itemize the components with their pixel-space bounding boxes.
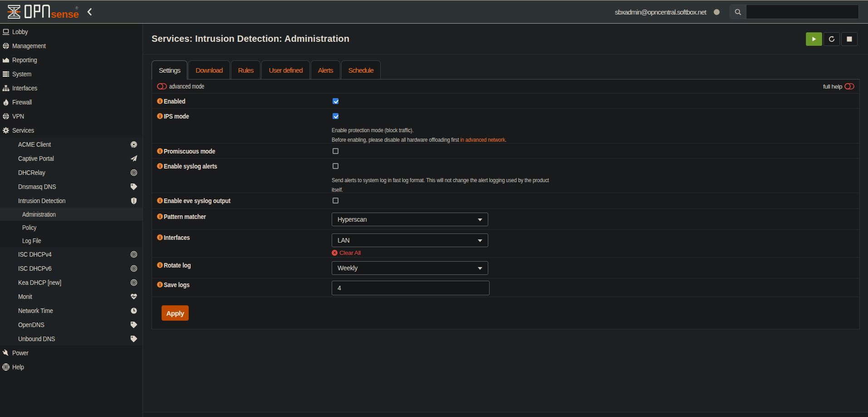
info-icon[interactable]: i bbox=[157, 262, 163, 268]
brand: sense ® bbox=[0, 4, 143, 20]
sidebar-item-isc-dhcpv4[interactable]: ISC DHCPv4 bbox=[0, 247, 142, 261]
globe-icon bbox=[2, 113, 10, 120]
sidebar-item-monit[interactable]: Monit bbox=[0, 289, 142, 303]
tab-alerts[interactable]: Alerts bbox=[311, 60, 340, 79]
main-content: Services: Intrusion Detection: Administr… bbox=[143, 24, 868, 417]
advanced-network-link[interactable]: in advanced network bbox=[460, 136, 505, 143]
sidebar-item-power[interactable]: Power bbox=[0, 346, 142, 360]
tag-icon bbox=[130, 321, 137, 328]
form-row-promiscuous: i Promiscuous mode bbox=[152, 144, 859, 159]
tab-user-defined[interactable]: User defined bbox=[261, 60, 309, 79]
sidebar-item-acme-client[interactable]: ACME Client bbox=[0, 137, 142, 151]
page-title: Services: Intrusion Detection: Administr… bbox=[152, 34, 349, 44]
sidebar-item-captive-portal[interactable]: Captive Portal bbox=[0, 151, 142, 165]
sidebar-item-vpn[interactable]: VPN bbox=[0, 109, 142, 123]
sidebar-item-interfaces[interactable]: Interfaces bbox=[0, 81, 142, 95]
save-logs-input[interactable] bbox=[332, 281, 490, 295]
search-addon bbox=[730, 5, 746, 19]
eve-syslog-checkbox[interactable] bbox=[333, 198, 338, 204]
paper-plane-icon bbox=[130, 155, 137, 162]
syslog-alerts-help: Send alerts to system log in fast log fo… bbox=[332, 175, 783, 194]
clear-all-button[interactable]: × Clear All bbox=[332, 249, 361, 256]
bullseye-icon bbox=[130, 169, 137, 176]
interfaces-select-wrap: LAN bbox=[332, 233, 488, 247]
server-icon bbox=[2, 70, 10, 78]
globe-icon bbox=[2, 42, 10, 50]
sidebar-item-dhcrelay[interactable]: DHCRelay bbox=[0, 165, 142, 179]
promiscuous-checkbox[interactable] bbox=[333, 148, 338, 154]
sidebar-item-isc-dhcpv6[interactable]: ISC DHCPv6 bbox=[0, 261, 142, 275]
full-help-toggle[interactable] bbox=[844, 83, 854, 89]
info-icon[interactable]: i bbox=[157, 198, 163, 204]
page-header: Services: Intrusion Detection: Administr… bbox=[143, 24, 868, 55]
sidebar-item-services[interactable]: Services bbox=[0, 123, 142, 137]
sidebar-item-log-file[interactable]: Log File bbox=[0, 234, 142, 247]
sidebar-item-kea-dhcp-new[interactable]: Kea DHCP [new] bbox=[0, 275, 142, 289]
sidebar-item-administration[interactable]: Administration bbox=[0, 208, 142, 221]
area-chart-icon bbox=[2, 56, 10, 64]
service-actions bbox=[806, 32, 858, 46]
pattern-matcher-select[interactable]: Hyperscan bbox=[332, 213, 488, 226]
sidebar-item-lobby[interactable]: Lobby bbox=[0, 25, 142, 39]
syslog-alerts-label: Enable syslog alerts bbox=[164, 162, 217, 170]
sidebar-collapse-button[interactable] bbox=[87, 8, 92, 15]
info-icon[interactable]: i bbox=[157, 163, 163, 169]
sidebar-item-opendns[interactable]: OpenDNS bbox=[0, 318, 142, 332]
info-icon[interactable]: i bbox=[157, 213, 163, 219]
refresh-icon bbox=[829, 36, 835, 42]
sidebar-item-dnsmasq-dns[interactable]: Dnsmasq DNS bbox=[0, 179, 142, 194]
pattern-matcher-select-wrap: Hyperscan bbox=[332, 213, 488, 226]
settings-form: advanced mode full help i Enabled bbox=[152, 79, 860, 329]
sidebar-item-help[interactable]: Help bbox=[0, 360, 142, 374]
tab-rules[interactable]: Rules bbox=[231, 60, 261, 79]
stop-service-button[interactable] bbox=[841, 32, 858, 46]
rotate-log-select[interactable]: Weekly bbox=[332, 261, 488, 275]
start-service-button[interactable] bbox=[806, 32, 822, 46]
info-icon[interactable]: i bbox=[157, 282, 163, 288]
tag-icon bbox=[130, 335, 137, 343]
sidebar-item-intrusion-detection[interactable]: Intrusion Detection bbox=[0, 194, 142, 208]
chevron-left-icon bbox=[87, 8, 92, 15]
tag-icon bbox=[130, 183, 137, 190]
life-ring-icon bbox=[2, 363, 10, 371]
tab-download[interactable]: Download bbox=[188, 60, 230, 79]
advanced-mode-toggle[interactable] bbox=[157, 83, 167, 89]
user-email[interactable]: sbxadmin@opncentral.softbox.net bbox=[615, 8, 706, 16]
bullseye-icon bbox=[130, 279, 137, 286]
form-row-syslog-alerts: i Enable syslog alerts Send alerts to sy… bbox=[152, 159, 859, 193]
enabled-checkbox[interactable] bbox=[333, 98, 338, 104]
play-icon bbox=[811, 36, 817, 42]
sidebar-item-policy[interactable]: Policy bbox=[0, 221, 142, 234]
gear-icon bbox=[2, 127, 10, 134]
form-row-save-logs: i Save logs bbox=[152, 278, 859, 297]
clock-icon bbox=[130, 307, 137, 314]
top-header-bar: sense ® sbxadmin@opncentral.softbox.net bbox=[0, 0, 868, 24]
promiscuous-label: Promiscuous mode bbox=[164, 147, 215, 155]
apply-button[interactable]: Apply bbox=[162, 305, 189, 321]
advanced-mode-label[interactable]: advanced mode bbox=[169, 83, 204, 90]
sidebar-item-reporting[interactable]: Reporting bbox=[0, 53, 142, 67]
form-row-eve-syslog: i Enable eve syslog output bbox=[152, 193, 859, 209]
form-row-ips-mode: i IPS mode Enable protection mode (block… bbox=[152, 109, 859, 144]
info-icon[interactable]: i bbox=[157, 234, 163, 240]
full-help-label[interactable]: full help bbox=[823, 83, 842, 90]
syslog-alerts-checkbox[interactable] bbox=[333, 163, 338, 169]
sidebar-item-network-time[interactable]: Network Time bbox=[0, 303, 142, 318]
sidebar-item-management[interactable]: Management bbox=[0, 39, 142, 53]
stop-icon bbox=[847, 36, 852, 42]
restart-service-button[interactable] bbox=[824, 32, 840, 46]
sidebar-item-unbound-dns[interactable]: Unbound DNS bbox=[0, 332, 142, 346]
interfaces-select[interactable]: LAN bbox=[332, 233, 488, 247]
sidebar-item-firewall[interactable]: Firewall bbox=[0, 95, 142, 109]
form-header-row: advanced mode full help bbox=[152, 79, 859, 94]
opnsense-logo[interactable]: sense ® bbox=[7, 4, 81, 20]
info-icon[interactable]: i bbox=[157, 98, 163, 104]
info-icon[interactable]: i bbox=[157, 113, 163, 119]
info-icon[interactable]: i bbox=[157, 148, 163, 154]
tab-schedule[interactable]: Schedule bbox=[341, 60, 381, 79]
search-input[interactable] bbox=[746, 5, 858, 19]
sidebar-item-system[interactable]: System bbox=[0, 67, 142, 81]
ips-mode-checkbox[interactable] bbox=[333, 113, 338, 119]
tab-settings[interactable]: Settings bbox=[152, 60, 187, 79]
sitemap-icon bbox=[2, 84, 10, 92]
